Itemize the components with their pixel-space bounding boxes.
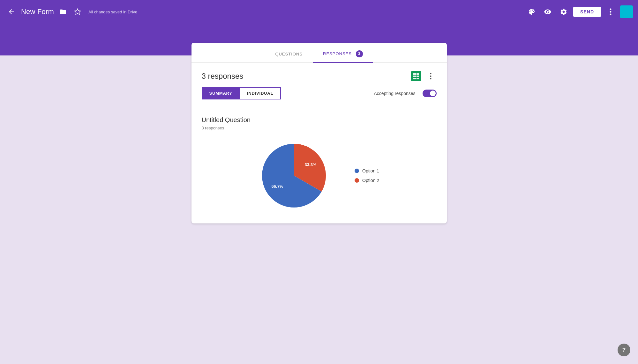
response-more-button[interactable] bbox=[425, 70, 437, 82]
svg-rect-10 bbox=[417, 78, 419, 79]
svg-marker-0 bbox=[75, 9, 80, 14]
tab-questions[interactable]: QUESTIONS bbox=[265, 45, 313, 62]
main-content: QUESTIONS RESPONSES 3 3 responses bbox=[0, 55, 638, 223]
individual-tab[interactable]: INDIVIDUAL bbox=[240, 87, 281, 99]
pie-label-option2: 33.3% bbox=[305, 162, 317, 167]
more-options-button[interactable] bbox=[604, 5, 617, 18]
svg-rect-5 bbox=[413, 73, 416, 75]
accepting-label: Accepting responses bbox=[374, 91, 416, 96]
accepting-toggle[interactable] bbox=[423, 90, 437, 97]
chart-legend: Option 1 Option 2 bbox=[355, 168, 379, 183]
tab-bar: QUESTIONS RESPONSES 3 bbox=[191, 43, 447, 63]
svg-point-11 bbox=[430, 73, 431, 74]
response-count: 3 responses bbox=[202, 72, 244, 81]
send-button[interactable]: SEND bbox=[573, 7, 601, 17]
folder-icon[interactable] bbox=[57, 6, 69, 18]
chart-area: 33.3% 66.7% Option 1 Option 2 bbox=[202, 141, 437, 211]
svg-point-12 bbox=[430, 76, 431, 77]
tab-responses[interactable]: RESPONSES 3 bbox=[313, 45, 373, 62]
saved-status: All changes saved in Drive bbox=[88, 10, 137, 14]
form-card: QUESTIONS RESPONSES 3 3 responses bbox=[191, 43, 447, 223]
avatar[interactable] bbox=[620, 5, 633, 18]
pie-chart: 33.3% 66.7% bbox=[259, 141, 329, 211]
settings-button[interactable] bbox=[557, 5, 570, 18]
star-icon[interactable] bbox=[72, 6, 83, 18]
svg-rect-4 bbox=[411, 71, 421, 81]
view-toggle: SUMMARY INDIVIDUAL bbox=[202, 87, 281, 99]
svg-point-1 bbox=[610, 9, 612, 10]
svg-point-13 bbox=[430, 78, 431, 79]
legend-dot-option1 bbox=[355, 169, 359, 173]
svg-point-3 bbox=[610, 14, 612, 15]
header-left: New Form All changes saved in Drive bbox=[5, 5, 522, 18]
legend-label-option1: Option 1 bbox=[362, 168, 379, 173]
legend-label-option2: Option 2 bbox=[362, 178, 379, 183]
preview-button[interactable] bbox=[541, 5, 554, 18]
question-section: Untitled Question 3 responses bbox=[191, 106, 447, 223]
help-button[interactable]: ? bbox=[618, 344, 630, 356]
response-header-actions bbox=[411, 70, 437, 82]
response-header: 3 responses bbox=[191, 63, 447, 87]
palette-button[interactable] bbox=[525, 5, 538, 18]
legend-dot-option2 bbox=[355, 178, 359, 183]
app-header: New Form All changes saved in Drive SEND bbox=[0, 0, 638, 24]
responses-badge: 3 bbox=[356, 50, 363, 57]
question-response-count: 3 responses bbox=[202, 126, 437, 130]
svg-rect-9 bbox=[413, 78, 416, 79]
accepting-responses-row: Accepting responses bbox=[374, 90, 437, 97]
summary-tab[interactable]: SUMMARY bbox=[202, 87, 240, 99]
svg-point-2 bbox=[610, 11, 612, 13]
header-right: SEND bbox=[525, 5, 633, 18]
sheets-icon-button[interactable] bbox=[411, 71, 421, 81]
svg-rect-6 bbox=[417, 73, 419, 75]
question-title: Untitled Question bbox=[202, 116, 437, 124]
svg-rect-8 bbox=[417, 76, 419, 77]
svg-rect-7 bbox=[413, 76, 416, 77]
back-button[interactable] bbox=[5, 5, 18, 18]
pie-label-option1: 66.7% bbox=[272, 184, 283, 189]
legend-item-option1: Option 1 bbox=[355, 168, 379, 173]
form-title: New Form bbox=[21, 8, 54, 16]
legend-item-option2: Option 2 bbox=[355, 178, 379, 183]
